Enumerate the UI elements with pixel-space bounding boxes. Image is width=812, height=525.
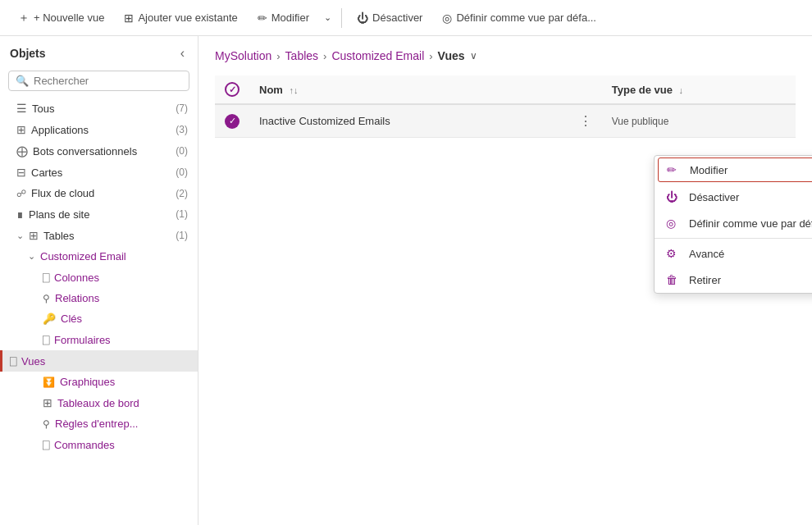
colonnes-icon: ⎕ <box>43 271 49 284</box>
tables-toggle-icon: ⌄ <box>16 231 24 241</box>
ajouter-vue-button[interactable]: ⊞ Ajouter vue existante <box>116 7 245 29</box>
plus-icon: ＋ <box>18 11 30 25</box>
cartes-icon: ⊟ <box>16 166 26 179</box>
sidebar-item-label: Applications <box>31 124 171 136</box>
nouvelle-vue-button[interactable]: ＋ + Nouvelle vue <box>10 7 112 30</box>
breadcrumb-caret[interactable]: ∨ <box>470 50 477 62</box>
sidebar-item-tableaux[interactable]: ⊞ Tableaux de bord <box>0 392 198 413</box>
desactiver-toolbar-button[interactable]: ⏻ Désactiver <box>349 7 431 29</box>
breadcrumb-tables[interactable]: Tables <box>285 49 318 62</box>
context-menu-avance[interactable]: ⚙ Avancé › <box>655 240 812 267</box>
views-table: ✓ Nom ↑↓ Type de vue ↓ ✓ <box>215 75 796 138</box>
sidebar-item-label: Commandes <box>54 439 188 451</box>
row-checkbox[interactable]: ✓ <box>225 114 239 129</box>
sidebar-item-label: Tous <box>32 103 171 115</box>
avance-icon: ⚙ <box>666 247 681 260</box>
regles-icon: ⚲ <box>43 418 50 430</box>
row-check-cell[interactable]: ✓ <box>215 104 249 138</box>
content-area: MySolution › Tables › Customized Email ›… <box>198 36 812 525</box>
sidebar-item-label: Flux de cloud <box>31 187 171 199</box>
row-nom-cell: Inactive Customized Emails <box>249 104 569 138</box>
sidebar-item-tables[interactable]: ⌄ ⊞ Tables (1) <box>0 225 198 246</box>
sidebar-item-cartes[interactable]: ⊟ Cartes (0) <box>0 162 198 183</box>
sidebar-item-graphiques[interactable]: ⏬ Graphiques <box>0 372 198 392</box>
sidebar-item-applications[interactable]: ⊞ Applications (3) <box>0 119 198 140</box>
breadcrumb: MySolution › Tables › Customized Email ›… <box>215 49 796 62</box>
context-menu-definir[interactable]: ◎ Définir comme vue par défaut <box>655 210 812 236</box>
row-actions-cell[interactable]: ⋮ <box>569 104 602 138</box>
default-view-icon: ◎ <box>442 11 452 25</box>
search-input[interactable] <box>34 75 182 87</box>
sidebar-item-label: Relations <box>55 292 188 304</box>
sidebar-item-vues[interactable]: ⎕ Vues <box>0 350 198 372</box>
sidebar-item-label: Règles d'entrep... <box>55 418 188 430</box>
definir-toolbar-button[interactable]: ◎ Définir comme vue par défa... <box>434 7 604 29</box>
sidebar-item-label: Tables <box>43 230 171 242</box>
sidebar-header: Objets ‹ <box>0 36 198 67</box>
toolbar-separator <box>341 8 342 28</box>
search-box: 🔍 <box>8 71 189 91</box>
modifier-caret-button[interactable]: ⌄ <box>321 8 335 27</box>
header-checkbox[interactable]: ✓ <box>225 82 239 97</box>
sidebar-collapse-button[interactable]: ‹ <box>177 44 188 62</box>
breadcrumb-sep-2: › <box>323 50 326 62</box>
context-menu: ✏ Modifier › ⏻ Désactiver ◎ Définir comm… <box>654 155 812 294</box>
sidebar-item-flux[interactable]: ☍ Flux de cloud (2) <box>0 183 198 203</box>
col-nom: Nom ↑↓ <box>249 75 569 104</box>
breadcrumb-mysolution[interactable]: MySolution <box>215 49 271 62</box>
type-sort-icon[interactable]: ↓ <box>679 85 684 95</box>
definir-label: Définir comme vue par défaut <box>689 217 812 230</box>
vues-icon: ⎕ <box>10 354 16 368</box>
breadcrumb-sep-1: › <box>276 50 280 62</box>
sidebar-item-customized-email[interactable]: ⌄ Customized Email <box>0 246 198 267</box>
sidebar-item-label: Graphiques <box>60 376 188 388</box>
sidebar-item-tous[interactable]: ☰ Tous (7) <box>0 98 198 119</box>
retirer-label: Retirer <box>689 274 812 286</box>
breadcrumb-current: Vues <box>438 49 465 62</box>
desactiver-icon: ⏻ <box>666 190 681 203</box>
tables-icon: ⊞ <box>29 229 39 242</box>
sidebar-item-label: Clés <box>61 313 188 325</box>
row-type-vue-cell: Vue publique <box>602 104 796 138</box>
sidebar-item-label: Vues <box>21 355 188 368</box>
context-menu-modifier[interactable]: ✏ Modifier › <box>658 158 812 182</box>
context-menu-desactiver[interactable]: ⏻ Désactiver <box>655 184 812 210</box>
sidebar-item-relations[interactable]: ⚲ Relations <box>0 288 198 308</box>
context-menu-retirer[interactable]: 🗑 Retirer › <box>655 267 812 293</box>
power-icon: ⏻ <box>357 11 368 25</box>
sidebar: Objets ‹ 🔍 ☰ Tous (7) ⊞ Applications (3)… <box>0 36 198 525</box>
modifier-label: Modifier <box>690 164 812 176</box>
sidebar-item-label: Colonnes <box>54 272 188 284</box>
flux-icon: ☍ <box>16 188 26 199</box>
col-actions-head <box>569 75 602 104</box>
col-check: ✓ <box>215 75 249 104</box>
sidebar-item-regles[interactable]: ⚲ Règles d'entrep... <box>0 413 198 434</box>
main-area: Objets ‹ 🔍 ☰ Tous (7) ⊞ Applications (3)… <box>0 36 812 525</box>
sidebar-item-plans[interactable]: ∎ Plans de site (1) <box>0 203 198 225</box>
applications-icon: ⊞ <box>16 123 26 136</box>
sort-icon[interactable]: ↑↓ <box>290 85 299 95</box>
search-icon: 🔍 <box>16 75 29 87</box>
table-row: ✓ Inactive Customized Emails ⋮ Vue publi… <box>215 104 796 138</box>
sidebar-item-formulaires[interactable]: ⎕ Formulaires <box>0 329 198 350</box>
sidebar-item-commandes[interactable]: ⎕ Commandes <box>0 434 198 455</box>
tableaux-icon: ⊞ <box>43 396 52 409</box>
graphiques-icon: ⏬ <box>43 377 55 388</box>
customized-email-toggle-icon: ⌄ <box>28 251 35 262</box>
sidebar-item-label: Tableaux de bord <box>57 397 188 409</box>
modifier-toolbar-button[interactable]: ✏ Modifier <box>249 7 317 29</box>
avance-label: Avancé <box>689 248 812 260</box>
edit-icon: ✏ <box>258 11 267 25</box>
sidebar-item-bots[interactable]: ⨁ Bots conversationnels (0) <box>0 140 198 162</box>
sidebar-item-cles[interactable]: 🔑 Clés <box>0 308 198 329</box>
definir-icon: ◎ <box>666 217 681 230</box>
sidebar-item-label: Customized Email <box>40 250 188 262</box>
breadcrumb-sep-3: › <box>429 50 432 62</box>
relations-icon: ⚲ <box>43 293 50 304</box>
row-action-dots[interactable]: ⋮ <box>579 114 592 128</box>
table-header: ✓ Nom ↑↓ Type de vue ↓ <box>215 75 796 104</box>
breadcrumb-customized-email[interactable]: Customized Email <box>331 49 424 62</box>
sidebar-item-label: Plans de site <box>29 208 171 221</box>
sidebar-item-colonnes[interactable]: ⎕ Colonnes <box>0 267 198 288</box>
top-toolbar: ＋ + Nouvelle vue ⊞ Ajouter vue existante… <box>0 0 812 36</box>
